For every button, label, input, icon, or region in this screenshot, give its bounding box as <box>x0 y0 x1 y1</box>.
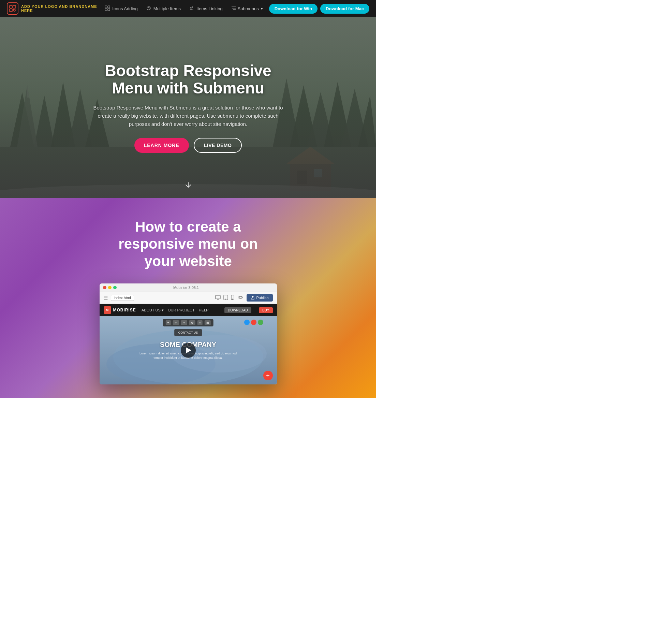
svg-rect-7 <box>108 9 110 11</box>
hero-title: Bootstrap Responsive Menu with Submenu <box>93 62 284 97</box>
learn-more-button[interactable]: LEARN MORE <box>134 138 189 153</box>
color-btn-blue[interactable] <box>244 320 250 325</box>
multiple-items-icon <box>146 5 151 12</box>
app-url: index.html <box>111 295 134 301</box>
toolbar-left: ☰ index.html <box>104 295 134 301</box>
svg-rect-37 <box>216 295 220 299</box>
nav-multiple-items[interactable]: Multiple Items <box>146 5 181 12</box>
upload-icon <box>251 295 255 300</box>
app-inner-links: ABOUT US ▾ OUR PROJECT HELP <box>142 308 209 312</box>
svg-point-44 <box>240 297 241 298</box>
floating-btn-6[interactable]: ⊞ <box>205 320 211 325</box>
app-floating-toolbar: + ↩ ↪ ⊕ ≡ ⊞ <box>163 319 213 326</box>
svg-point-43 <box>233 299 233 299</box>
app-inner-download-btn[interactable]: DOWNLOAD <box>224 307 251 313</box>
hero-section: Bootstrap Responsive Menu with Submenu B… <box>0 17 376 198</box>
nav-icons-adding[interactable]: Icons Adding <box>105 5 137 12</box>
toolbar-right: Publish <box>215 294 272 302</box>
submenus-label: Submenus <box>238 6 259 11</box>
svg-rect-5 <box>108 6 110 8</box>
how-to-section: How to create a responsive menu on your … <box>0 198 376 398</box>
app-inner-brand-name: MOBIRISE <box>113 308 136 312</box>
hamburger-icon[interactable]: ☰ <box>104 295 108 301</box>
app-inner-navbar: M MOBIRISE ABOUT US ▾ OUR PROJECT HELP D… <box>100 304 277 316</box>
floating-btn-3[interactable]: ↪ <box>181 320 187 325</box>
hero-buttons: LEARN MORE LIVE DEMO <box>93 138 284 153</box>
items-linking-label: Items Linking <box>196 6 223 11</box>
app-add-button[interactable]: + <box>263 371 273 380</box>
app-inner-logo: M <box>104 306 111 314</box>
floating-btn-4[interactable]: ⊕ <box>189 320 195 325</box>
play-button[interactable] <box>181 343 196 358</box>
submenus-arrow-icon: ▼ <box>260 7 264 11</box>
app-titlebar: Mobirise 3.05.1 <box>100 283 277 292</box>
submenus-icon <box>231 5 236 12</box>
floating-btn-1[interactable]: + <box>165 320 171 325</box>
multiple-items-label: Multiple Items <box>153 6 181 11</box>
app-inner-buy-btn[interactable]: BUY <box>259 307 273 313</box>
app-inner-project[interactable]: OUR PROJECT <box>168 308 195 312</box>
section-title: How to create a responsive menu on your … <box>103 218 274 270</box>
scroll-down-arrow[interactable] <box>184 181 192 191</box>
play-triangle <box>186 347 191 353</box>
svg-rect-4 <box>105 6 107 8</box>
download-win-button[interactable]: Download for Win <box>269 4 318 14</box>
svg-rect-1 <box>13 5 16 8</box>
hero-content: Bootstrap Responsive Menu with Submenu B… <box>86 62 291 152</box>
download-mac-button[interactable]: Download for Mac <box>320 4 369 14</box>
mobile-icon[interactable] <box>231 295 234 301</box>
color-buttons <box>244 320 263 325</box>
app-title: Mobirise 3.05.1 <box>100 286 274 290</box>
app-inner-hero: + ↩ ↪ ⊕ ≡ ⊞ CONTACT US SOME COMPANY Lore… <box>100 316 277 384</box>
publish-button[interactable]: Publish <box>247 294 272 302</box>
navbar: ADD YOUR LOGO AND BRANDNAME HERE Icons A… <box>0 0 376 17</box>
brand-tagline: ADD YOUR LOGO AND BRANDNAME HERE <box>21 4 105 13</box>
svg-point-3 <box>13 9 15 11</box>
app-inner-help[interactable]: HELP <box>199 308 209 312</box>
floating-btn-5[interactable]: ≡ <box>197 320 203 325</box>
live-demo-button[interactable]: LIVE DEMO <box>194 138 242 153</box>
color-btn-green[interactable] <box>258 320 263 325</box>
app-toolbar: ☰ index.html <box>100 292 277 304</box>
brand-link[interactable]: ADD YOUR LOGO AND BRANDNAME HERE <box>7 2 105 15</box>
app-screenshot: Mobirise 3.05.1 ☰ index.html <box>100 283 277 384</box>
eye-icon[interactable] <box>238 295 243 301</box>
svg-rect-2 <box>10 9 12 12</box>
nav-submenus[interactable]: Submenus ▼ <box>231 5 264 12</box>
icons-adding-label: Icons Adding <box>112 6 137 11</box>
tablet-icon[interactable] <box>223 295 228 301</box>
icons-adding-icon <box>105 5 110 12</box>
items-linking-icon <box>189 5 194 12</box>
svg-point-10 <box>191 9 192 10</box>
desktop-icon[interactable] <box>215 295 221 301</box>
app-inner-about[interactable]: ABOUT US ▾ <box>142 308 164 312</box>
contact-popup: CONTACT US <box>174 329 202 336</box>
nav-links: Icons Adding Multiple Items Items Link <box>105 5 263 12</box>
app-inner-content: M MOBIRISE ABOUT US ▾ OUR PROJECT HELP D… <box>100 304 277 384</box>
nav-items-linking[interactable]: Items Linking <box>189 5 223 12</box>
device-icons <box>215 295 234 301</box>
hero-description: Bootstrap Responsive Menu with Submenu i… <box>93 104 284 128</box>
app-inner-brand: M MOBIRISE <box>104 306 136 314</box>
brand-icon <box>7 2 18 15</box>
svg-rect-0 <box>10 5 12 8</box>
svg-rect-6 <box>105 9 107 11</box>
color-btn-red[interactable] <box>251 320 256 325</box>
floating-btn-2[interactable]: ↩ <box>173 320 179 325</box>
svg-point-41 <box>226 299 226 299</box>
